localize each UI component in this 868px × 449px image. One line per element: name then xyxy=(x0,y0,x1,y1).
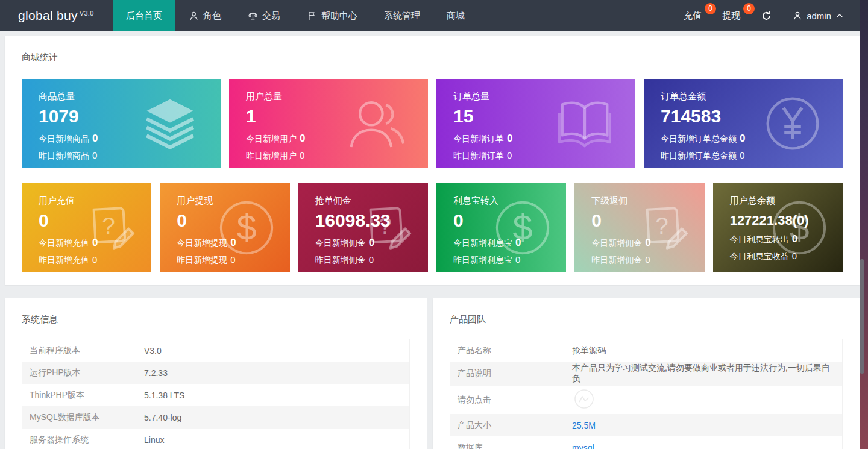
table-row: 请勿点击 xyxy=(450,386,842,414)
value-link[interactable]: 25.5M xyxy=(572,421,596,430)
row-value: 抢单源码 xyxy=(572,345,606,356)
stat-card-yesterday-line: 今日利息宝收益0 xyxy=(730,251,843,262)
scrollbar-thumb[interactable] xyxy=(860,259,864,374)
nav-item-label: 商城 xyxy=(447,10,465,22)
table-row: MySQL数据库版本5.7.40-log xyxy=(22,406,409,429)
yesterday-label: 昨日新增充值 xyxy=(39,255,89,265)
nav-item-roles[interactable]: 角色 xyxy=(175,0,234,31)
yesterday-label: 昨日新增用户 xyxy=(246,151,297,160)
stat-card-value: 15 xyxy=(453,106,635,127)
today-value: 0 xyxy=(300,133,305,144)
table-row: 产品名称抢单源码 xyxy=(450,339,842,362)
refresh-icon[interactable] xyxy=(761,10,772,22)
yesterday-value: 0 xyxy=(740,150,744,160)
background-strip xyxy=(860,0,868,449)
row-label: MySQL数据库版本 xyxy=(30,412,144,423)
value-link[interactable]: mysql xyxy=(572,443,594,449)
stat-card-yesterday-line: 昨日新增订单0 xyxy=(453,150,635,162)
withdraw-button[interactable]: 提现 0 xyxy=(722,10,740,22)
person-icon xyxy=(793,11,802,20)
today-value: 0 xyxy=(792,233,797,245)
yesterday-value: 0 xyxy=(230,254,235,265)
nav-item-dashboard[interactable]: 后台首页 xyxy=(113,0,175,31)
row-value: Linux xyxy=(144,435,164,445)
username: admin xyxy=(807,11,831,21)
yesterday-label: 昨日新增佣金 xyxy=(315,255,366,265)
stat-card: 用户总余额127221.38(0)今日利息宝转出0今日利息宝收益0$ xyxy=(713,183,843,272)
nav-item-help-center[interactable]: 帮助中心 xyxy=(294,0,371,31)
stat-card-today-line: 今日新增充值0 xyxy=(39,237,151,249)
stat-card-value: 0 xyxy=(591,210,704,231)
table-row: 数据库mysql xyxy=(450,436,842,449)
nav-item-label: 交易 xyxy=(262,10,280,22)
stat-card-title: 用户总量 xyxy=(246,91,428,102)
today-value: 0 xyxy=(92,133,98,144)
app-version: V3.0 xyxy=(80,10,94,17)
system-info-table: 当前程序版本V3.0运行PHP版本7.2.33ThinkPHP版本5.1.38 … xyxy=(22,339,410,449)
yesterday-value: 0 xyxy=(92,150,97,160)
stat-card: 订单总量15今日新增订单0昨日新增订单0 xyxy=(436,79,635,168)
yesterday-value: 0 xyxy=(507,150,512,160)
stat-card-today-line: 今日新增提现0 xyxy=(177,237,289,249)
stat-card-title: 抢单佣金 xyxy=(315,195,428,207)
table-row: 产品大小25.5M xyxy=(450,414,842,436)
stat-card: 抢单佣金16098.33今日新增佣金0昨日新增佣金0? xyxy=(298,183,428,272)
nav-right: 充值 0 提现 0 admin xyxy=(684,0,868,31)
stat-card: 利息宝转入0今日新增利息宝0昨日新增利息宝0$ xyxy=(436,183,566,272)
value-text: 抢单源码 xyxy=(572,345,606,355)
today-label: 今日新增商品 xyxy=(39,134,89,143)
stat-card-yesterday-line: 昨日新增提现0 xyxy=(177,254,289,266)
stat-card-yesterday-line: 昨日新增订单总金额0 xyxy=(661,150,843,162)
mall-stats-panel: 商城统计 商品总量1079今日新增商品0昨日新增商品0用户总量1今日新增用户0昨… xyxy=(5,36,860,285)
row-value: 7.2.33 xyxy=(144,368,168,378)
stats-panel-title: 商城统计 xyxy=(22,52,843,63)
recharge-label: 充值 xyxy=(684,10,702,20)
nav-item-mall[interactable]: 商城 xyxy=(433,0,478,31)
today-value: 0 xyxy=(230,237,236,248)
row-value xyxy=(572,387,596,413)
product-team-panel: 产品团队 产品名称抢单源码产品说明本产品只为学习测试交流,请勿要做商业或者用于违… xyxy=(433,298,860,449)
today-value: 0 xyxy=(515,237,521,248)
row-label: 产品说明 xyxy=(458,368,572,379)
stat-card-today-line: 今日新增佣金0 xyxy=(315,237,428,249)
today-value: 0 xyxy=(92,237,98,248)
stat-card-today-line: 今日新增订单0 xyxy=(453,133,635,145)
yesterday-label: 昨日新增订单 xyxy=(453,151,504,160)
faint-logo-icon xyxy=(572,387,596,411)
main-content: 商城统计 商品总量1079今日新增商品0昨日新增商品0用户总量1今日新增用户0昨… xyxy=(5,36,860,449)
table-row: 运行PHP版本7.2.33 xyxy=(22,362,409,384)
stat-card-title: 商品总量 xyxy=(39,91,221,102)
stat-card: 用户提现0今日新增提现0昨日新增提现0$ xyxy=(160,183,289,272)
yesterday-value: 0 xyxy=(92,254,97,265)
stat-card-value: 0 xyxy=(177,210,289,231)
stat-card-title: 用户总余额 xyxy=(730,195,843,207)
stat-card-yesterday-line: 昨日新增商品0 xyxy=(39,150,221,162)
stat-card-value: 0 xyxy=(39,210,151,231)
stat-card-value: 16098.33 xyxy=(315,210,428,231)
today-label: 今日新增提现 xyxy=(177,238,227,248)
product-team-table: 产品名称抢单源码产品说明本产品只为学习测试交流,请勿要做商业或者用于违法行为,一… xyxy=(450,339,843,449)
app-logo: global buy V3.0 xyxy=(0,0,113,31)
today-label: 今日新增用户 xyxy=(246,134,297,143)
value-text: 7.2.33 xyxy=(144,368,168,378)
stat-card-value: 1 xyxy=(246,106,428,127)
table-row: 产品说明本产品只为学习测试交流,请勿要做商业或者用于违法行为,一切后果自负 xyxy=(450,362,842,386)
stat-card-yesterday-line: 昨日新增佣金0 xyxy=(315,254,428,266)
nav-item-trade[interactable]: 交易 xyxy=(234,0,294,31)
table-row: 当前程序版本V3.0 xyxy=(22,339,409,362)
row-value: 25.5M xyxy=(572,421,596,430)
stat-card-today-line: 今日新增用户0 xyxy=(246,133,428,145)
row-label: 数据库 xyxy=(458,442,572,449)
stat-card-title: 用户提现 xyxy=(177,195,289,207)
recharge-badge: 0 xyxy=(705,3,716,14)
nav-menu: 后台首页角色交易帮助中心系统管理商城 xyxy=(113,0,478,31)
nav-item-system[interactable]: 系统管理 xyxy=(371,0,433,31)
yesterday-label: 昨日新增佣金 xyxy=(591,255,642,265)
yesterday-label: 昨日新增提现 xyxy=(177,255,227,265)
recharge-button[interactable]: 充值 0 xyxy=(684,10,702,22)
user-menu[interactable]: admin xyxy=(793,11,844,21)
nav-item-label: 帮助中心 xyxy=(321,10,357,22)
table-row: ThinkPHP版本5.1.38 LTS xyxy=(22,384,409,406)
yesterday-label: 昨日新增利息宝 xyxy=(453,255,512,265)
system-info-panel: 系统信息 当前程序版本V3.0运行PHP版本7.2.33ThinkPHP版本5.… xyxy=(5,298,427,449)
